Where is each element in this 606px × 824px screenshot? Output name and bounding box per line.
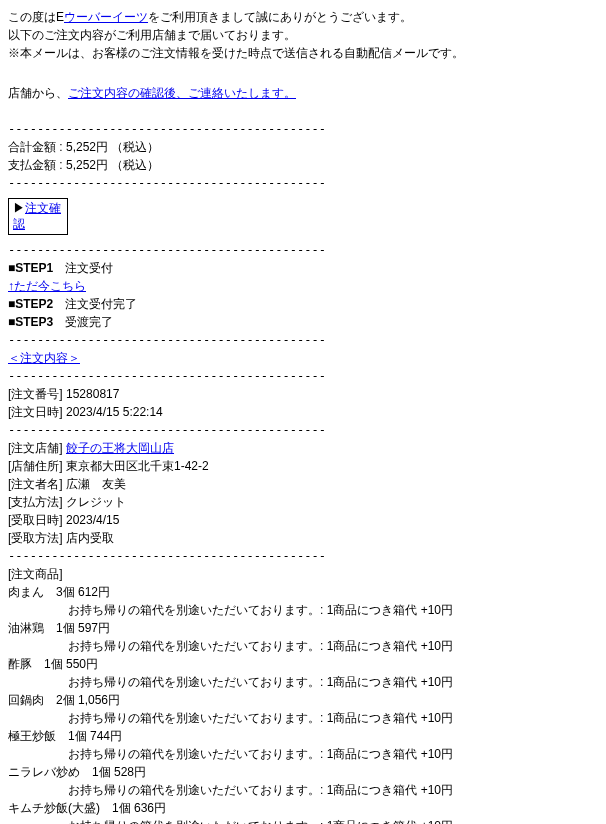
step1-text: 注文受付 — [65, 261, 113, 275]
divider: ----------------------------------------… — [8, 241, 598, 259]
divider: ----------------------------------------… — [8, 120, 598, 138]
order-item: ニラレバ炒め 1個 528円 — [8, 763, 598, 781]
current-step-link[interactable]: ↑ただ今こちら — [8, 279, 86, 293]
order-dt-value: 2023/4/15 5:22:14 — [66, 405, 163, 419]
box-fee-note: お持ち帰りの箱代を別途いただいております。: 1商品につき箱代 +10円 — [8, 601, 598, 619]
step2-text: 注文受付完了 — [65, 297, 137, 311]
total-label: 合計金額 : — [8, 140, 66, 154]
divider: ----------------------------------------… — [8, 547, 598, 565]
box-fee-note: お持ち帰りの箱代を別途いただいております。: 1商品につき箱代 +10円 — [8, 637, 598, 655]
customer-name-value: 広瀬 友美 — [66, 477, 126, 491]
arrow-icon: ▶ — [13, 201, 25, 215]
customer-name-label: [注文者名] — [8, 477, 66, 491]
addr-label: [店舗住所] — [8, 459, 66, 473]
intro-line1a: この度はE — [8, 10, 64, 24]
contact-prefix: 店舗から、 — [8, 86, 68, 100]
order-dt-label: [注文日時] — [8, 405, 66, 419]
divider: ----------------------------------------… — [8, 331, 598, 349]
receive-method-value: 店内受取 — [66, 531, 114, 545]
receive-method-label: [受取方法] — [8, 531, 66, 545]
divider: ----------------------------------------… — [8, 174, 598, 192]
box-fee-note: お持ち帰りの箱代を別途いただいております。: 1商品につき箱代 +10円 — [8, 817, 598, 824]
intro-line3: ※本メールは、お客様のご注文情報を受けた時点で送信される自動配信メールです。 — [8, 44, 598, 62]
shop-label: [注文店舗] — [8, 441, 66, 455]
step3-label: ■STEP3 — [8, 315, 53, 329]
payment-label: [支払方法] — [8, 495, 66, 509]
confirm-order-button[interactable]: ▶注文確認 — [8, 198, 68, 235]
order-num-label: [注文番号] — [8, 387, 66, 401]
divider: ----------------------------------------… — [8, 421, 598, 439]
intro-block: この度はEウーバーイーツをご利用頂きまして誠にありがとうございます。 以下のご注… — [8, 8, 598, 62]
box-fee-note: お持ち帰りの箱代を別途いただいております。: 1商品につき箱代 +10円 — [8, 673, 598, 691]
addr-value: 東京都大田区北千束1-42-2 — [66, 459, 209, 473]
box-fee-note: お持ち帰りの箱代を別途いただいております。: 1商品につき箱代 +10円 — [8, 709, 598, 727]
payment-value: クレジット — [66, 495, 126, 509]
step3-text: 受渡完了 — [65, 315, 113, 329]
items-label: [注文商品] — [8, 565, 598, 583]
box-fee-note: お持ち帰りの箱代を別途いただいております。: 1商品につき箱代 +10円 — [8, 745, 598, 763]
step1-label: ■STEP1 — [8, 261, 53, 275]
contact-line: 店舗から、ご注文内容の確認後、ご連絡いたします。 — [8, 84, 598, 102]
service-name-link[interactable]: ウーバーイーツ — [64, 10, 148, 24]
total-value: 5,252円 （税込） — [66, 140, 159, 154]
order-item: 極王炒飯 1個 744円 — [8, 727, 598, 745]
intro-line2: 以下のご注文内容がご利用店舗まで届いております。 — [8, 26, 598, 44]
shop-link[interactable]: 餃子の王将大岡山店 — [66, 441, 174, 455]
order-item: 酢豚 1個 550円 — [8, 655, 598, 673]
order-item: 油淋鶏 1個 597円 — [8, 619, 598, 637]
order-num-value: 15280817 — [66, 387, 119, 401]
items-list: 肉まん 3個 612円お持ち帰りの箱代を別途いただいております。: 1商品につき… — [8, 583, 598, 824]
order-details-link[interactable]: ＜注文内容＞ — [8, 351, 80, 365]
intro-line1c: をご利用頂きまして誠にありがとうございます。 — [148, 10, 412, 24]
order-item: 回鍋肉 2個 1,056円 — [8, 691, 598, 709]
order-item: キムチ炒飯(大盛) 1個 636円 — [8, 799, 598, 817]
contact-link[interactable]: ご注文内容の確認後、ご連絡いたします。 — [68, 86, 296, 100]
receive-dt-label: [受取日時] — [8, 513, 66, 527]
pay-value: 5,252円 （税込） — [66, 158, 159, 172]
order-item: 肉まん 3個 612円 — [8, 583, 598, 601]
pay-label: 支払金額 : — [8, 158, 66, 172]
box-fee-note: お持ち帰りの箱代を別途いただいております。: 1商品につき箱代 +10円 — [8, 781, 598, 799]
step2-label: ■STEP2 — [8, 297, 53, 311]
divider: ----------------------------------------… — [8, 367, 598, 385]
receive-dt-value: 2023/4/15 — [66, 513, 119, 527]
